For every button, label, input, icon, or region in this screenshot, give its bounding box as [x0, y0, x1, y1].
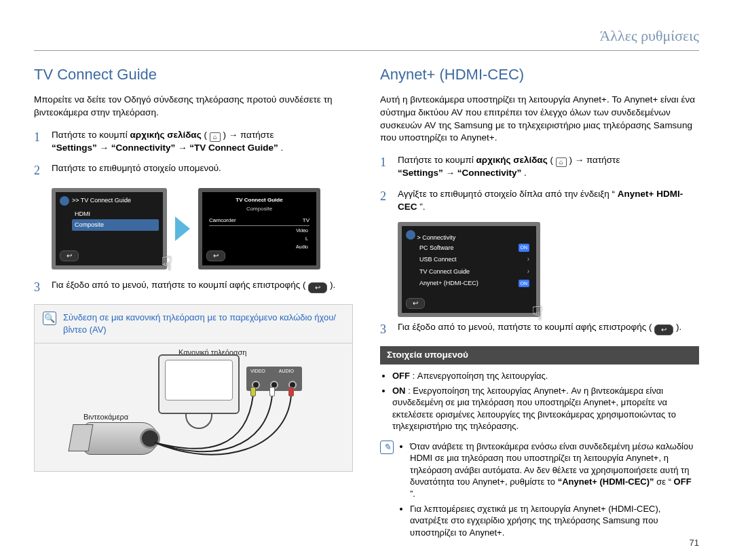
step1-text-e: “Settings” → “Connectivity” → “TV Connec… — [52, 143, 278, 153]
step-number: 2 — [34, 162, 45, 179]
back-icon: ↩ — [206, 250, 225, 261]
step-number: 1 — [380, 154, 391, 171]
screen1-breadcrumb: >> TV Connect Guide — [72, 196, 131, 205]
conn-breadcrumb: > Connectivity — [417, 234, 456, 241]
rstep1-f: . — [524, 168, 527, 178]
menu-screen-1: >> TV Connect Guide HDMI Composite ↩ ☟ — [52, 188, 167, 269]
conn-row4: Anynet+ (HDMI-CEC) — [419, 279, 478, 288]
plug-white-icon — [269, 387, 275, 396]
rstep1-b: αρχικής σελίδας — [476, 155, 548, 165]
device-screenshots-row: >> TV Connect Guide HDMI Composite ↩ ☟ T… — [52, 188, 353, 269]
rstep1-d: ) → πατήστε — [569, 155, 620, 165]
back-icon: ↩ — [308, 282, 327, 293]
note1-e: ”. — [410, 489, 415, 499]
rstep2-c: ”. — [419, 202, 425, 212]
rstep1-e: “Settings” → “Connectivity” — [398, 168, 521, 178]
screen2-title: TV Connect Guide — [205, 195, 314, 205]
touch-hand-icon: ☟ — [161, 250, 172, 277]
back-icon: ↩ — [406, 298, 425, 309]
off-text: : Απενεργοποίηση της λειτουργίας. — [413, 371, 548, 381]
left-step-2: 2 Πατήστε το επιθυμητό στοιχείο υπομενού… — [34, 162, 353, 179]
connectivity-screen: > Connectivity PC SoftwareON USB Connect… — [398, 222, 540, 317]
rstep3-b: ). — [676, 322, 681, 332]
page-number: 71 — [690, 538, 699, 548]
back-icon: ↩ — [60, 250, 79, 261]
submenu-on: ON : Ενεργοποίηση της λειτουργίας Anynet… — [392, 385, 699, 432]
screen2-video: Video — [296, 227, 308, 234]
screen2-camcorder: Camcorder — [209, 217, 236, 224]
plug-yellow-icon — [250, 387, 256, 396]
submenu-list: OFF : Απενεργοποίηση της λειτουργίας. ON… — [392, 370, 699, 432]
info-box: 🔍 Σύνδεση σε μια κανονική τηλεόραση με τ… — [34, 304, 353, 343]
chevron-right-icon: › — [527, 267, 529, 276]
submenu-header: Στοιχεία υπομενού — [380, 346, 699, 365]
conn-row2: USB Connect — [419, 255, 457, 264]
submenu-off: OFF : Απενεργοποίηση της λειτουργίας. — [392, 370, 699, 382]
note1-d: OFF — [674, 477, 692, 487]
back-icon: ↩ — [654, 324, 673, 335]
note-1: Όταν ανάβετε τη βιντεοκάμερα ενόσω είναι… — [410, 441, 699, 500]
gear-icon — [60, 196, 69, 206]
rstep1-c: ( — [550, 155, 553, 165]
step2-text: Πατήστε το επιθυμητό στοιχείο υπομενού. — [52, 162, 353, 175]
on-text: : Ενεργοποίηση της λειτουργίας Anynet+. … — [392, 386, 676, 432]
left-column: TV Connect Guide Μπορείτε να δείτε τον Ο… — [34, 64, 353, 541]
right-section-title: Anynet+ (HDMI-CEC) — [380, 64, 699, 86]
step-number: 3 — [34, 279, 45, 296]
menu-screen-2: TV Connect Guide Composite Camcorder TV … — [198, 188, 320, 269]
menu-item-hdmi: HDMI — [72, 208, 159, 220]
magnifier-icon: 🔍 — [43, 312, 56, 325]
conn-row3: TV Connect Guide — [419, 267, 470, 276]
note-box: ✎ Όταν ανάβετε τη βιντεοκάμερα ενόσω είν… — [380, 441, 699, 541]
on-badge: ON — [519, 280, 530, 288]
info-text: Σύνδεση σε μια κανονική τηλεόραση με το … — [63, 312, 344, 336]
screen2-audioR: Audio — [296, 244, 308, 250]
left-step-3: 3 Για έξοδο από το μενού, πατήστε το κου… — [34, 279, 353, 296]
step1-text-d: ) → πατήστε — [223, 130, 274, 140]
screen2-audioL: L — [305, 236, 308, 242]
arrow-icon — [175, 217, 190, 241]
on-badge: ON — [519, 244, 530, 252]
step3-text-a: Για έξοδο από το μενού, πατήστε το κουμπ… — [52, 280, 306, 290]
left-section-title: TV Connect Guide — [34, 64, 353, 86]
home-icon: ⌂ — [556, 157, 567, 167]
off-label: OFF — [392, 371, 410, 381]
rstep2-a: Αγγίξτε το επιθυμητό στοιχείο δίπλα από … — [398, 189, 615, 199]
note-icon: ✎ — [380, 441, 394, 454]
menu-item-composite: Composite — [72, 219, 159, 231]
right-column: Anynet+ (HDMI-CEC) Αυτή η βιντεοκάμερα υ… — [380, 64, 699, 541]
right-step-1: 1 Πατήστε το κουμπί αρχικής σελίδας ( ⌂ … — [380, 154, 699, 180]
step-number: 2 — [380, 188, 391, 205]
left-intro: Μπορείτε να δείτε τον Οδηγό σύνδεσης τηλ… — [34, 94, 353, 119]
rstep3-a: Για έξοδο από το μενού, πατήστε το κουμπ… — [398, 322, 652, 332]
chevron-right-icon: › — [527, 255, 529, 264]
conn-row1: PC Software — [419, 244, 454, 253]
note1-c: σε “ — [656, 477, 671, 487]
note1-b: “Anynet+ (HDMI-CEC)” — [558, 477, 654, 487]
right-step-2: 2 Αγγίξτε το επιθυμητό στοιχείο δίπλα απ… — [380, 188, 699, 214]
plug-red-icon — [288, 387, 294, 396]
header-title: Άλλες ρυθμίσεις — [34, 27, 699, 51]
rstep1-a: Πατήστε το κουμπί — [398, 155, 476, 165]
step1-text-b: αρχικής σελίδας — [130, 130, 202, 140]
step3-text-b: ). — [330, 280, 335, 290]
touch-hand-icon: ☟ — [531, 300, 543, 326]
on-label: ON — [392, 386, 406, 396]
screen2-tv: TV — [303, 217, 309, 224]
note-2: Για λεπτομέρειες σχετικά με τη λειτουργί… — [410, 503, 699, 539]
tv-illustration: Κανονική τηλεόραση VIDEO AUDIO Βιντεοκάμ… — [34, 343, 353, 472]
step1-text-a: Πατήστε το κουμπί — [52, 130, 130, 140]
home-icon: ⌂ — [210, 132, 221, 142]
gear-icon — [406, 230, 415, 240]
right-intro: Αυτή η βιντεοκάμερα υποστηρίζει τη λειτο… — [380, 94, 699, 145]
step-number: 3 — [380, 321, 391, 338]
screen2-sub: Composite — [205, 205, 314, 212]
step1-text-f: . — [281, 143, 284, 153]
step1-text-c: ( — [204, 130, 207, 140]
left-step-1: 1 Πατήστε το κουμπί αρχικής σελίδας ( ⌂ … — [34, 129, 353, 155]
cable-icon — [43, 348, 341, 463]
step-number: 1 — [34, 129, 45, 146]
